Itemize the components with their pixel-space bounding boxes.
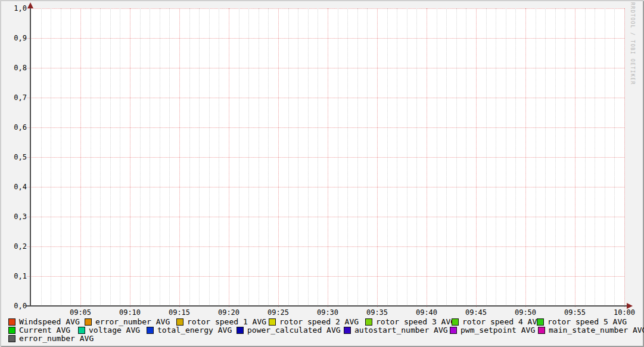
x-gridline [130,8,130,307]
x-minor-gridline [506,8,506,306]
x-minor-gridline [239,8,239,306]
x-minor-gridline [536,8,536,306]
y-gridline [27,157,624,158]
x-tick-label: 09:10 [112,308,148,317]
x-minor-gridline [466,8,466,306]
legend-item: rotor speed 2 AVG [269,318,359,326]
rrdtool-graph: 0,00,10,20,30,40,50,60,70,80,91,009:0509… [0,0,644,347]
legend-item: error_number AVG [8,335,94,342]
legend-swatch [8,327,15,334]
legend-swatch [537,318,544,326]
y-tick-label: 0,9 [9,34,27,42]
legend-item: voltage AVG [78,326,140,334]
y-tick-label: 0,8 [9,64,27,72]
x-minor-gridline [407,8,407,306]
x-minor-gridline [189,8,190,306]
x-minor-gridline [357,8,358,306]
y-gridline [27,68,624,68]
y-tick-label: 0,4 [9,183,27,191]
x-gridline [476,8,477,307]
legend-label: pwm_setpoint AVG [461,326,535,335]
y-gridline [27,127,624,128]
x-minor-gridline [555,8,556,306]
legend-swatch [176,318,183,326]
legend-label: error_number AVG [95,317,170,326]
x-minor-gridline [338,8,338,306]
x-minor-gridline [387,8,388,306]
legend-item: error_number AVG [85,318,170,326]
legend-item: main_state_number AVG [538,326,644,334]
x-tick-label: 09:55 [557,308,593,317]
y-tick-label: 0,3 [9,212,27,221]
x-tick-label: 09:30 [310,308,346,317]
y-gridline [27,38,624,39]
x-minor-gridline [120,8,120,306]
x-minor-gridline [318,8,318,306]
x-gridline [377,8,378,307]
x-minor-gridline [288,8,289,306]
legend-swatch [452,318,459,326]
legend-swatch [450,327,457,334]
x-tick-label: 09:50 [508,308,543,317]
legend-swatch [85,318,92,326]
legend-label: rotor speed 3 AVG [376,317,455,326]
x-minor-gridline [565,8,565,306]
y-tick-label: 0,0 [9,302,27,310]
x-minor-gridline [347,8,348,306]
y-axis-arrow-icon [27,2,33,8]
x-minor-gridline [397,8,397,306]
legend-item: total_energy AVG [147,326,232,334]
y-tick-label: 1,0 [9,4,27,12]
y-gridline [27,187,624,187]
legend-label: rotor speed 1 AVG [187,317,266,326]
x-minor-gridline [298,8,298,306]
legend-item: rotor speed 5 AVG [537,318,627,326]
x-tick-label: 09:40 [409,308,444,317]
legend-label: rotor speed 4 AVG [462,317,542,326]
x-tick-label: 09:45 [458,308,494,317]
legend-item: rotor speed 3 AVG [365,318,455,326]
x-minor-gridline [169,8,170,306]
legend-label: main_state_number AVG [549,326,644,335]
y-tick-label: 0,7 [9,93,27,102]
legend-swatch [365,318,372,326]
legend-swatch [269,318,276,326]
y-axis-line [30,4,31,307]
legend-label: error_number AVG [19,334,94,343]
x-minor-gridline [416,8,417,306]
x-gridline [80,8,81,307]
legend-swatch [8,318,15,326]
x-gridline [179,8,180,307]
legend-item: Current AVG [8,326,70,334]
legend-swatch [344,327,351,334]
legend-item: power_calculated AVG [237,326,341,334]
legend-swatch [78,327,85,334]
x-minor-gridline [259,8,259,306]
x-minor-gridline [160,8,160,306]
legend-item: pwm_setpoint AVG [450,326,535,334]
y-gridline [27,246,624,247]
x-minor-gridline [367,8,368,306]
x-gridline [624,8,625,307]
x-minor-gridline [446,8,447,306]
x-minor-gridline [140,8,141,306]
x-minor-gridline [308,8,309,306]
x-minor-gridline [219,8,219,306]
legend-swatch [538,327,545,334]
x-minor-gridline [437,8,437,306]
x-minor-gridline [209,8,210,306]
x-minor-gridline [91,8,91,306]
y-tick-label: 0,5 [9,153,27,161]
y-tick-label: 0,2 [9,242,27,251]
watermark: RRDTOOL / TOBI OETIKER [630,2,635,85]
legend-item: Windspeed AVG [8,318,80,326]
legend-label: total_energy AVG [157,326,232,335]
x-gridline [328,8,328,307]
x-minor-gridline [585,8,586,306]
x-minor-gridline [496,8,496,306]
y-gridline [27,276,624,277]
x-minor-gridline [486,8,487,306]
x-minor-gridline [614,8,615,306]
x-minor-gridline [199,8,200,306]
legend-swatch [8,335,15,342]
